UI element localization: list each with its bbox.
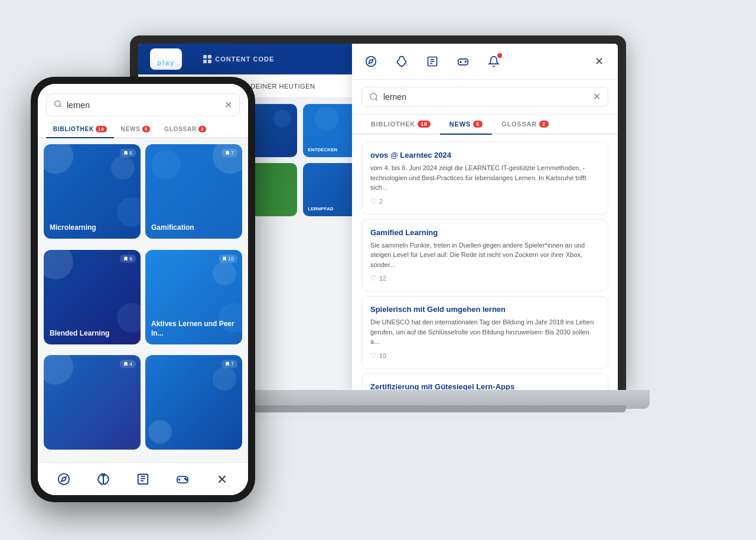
news-item-1[interactable]: ovos @ Learntec 2024 vom 4. bis 6. Juni … bbox=[361, 142, 608, 214]
likes-count-1: 2 bbox=[379, 198, 383, 205]
phone-search-area: ✕ bbox=[38, 84, 248, 121]
svg-marker-10 bbox=[61, 477, 66, 482]
phone-inner: ✕ BIBLIOTHEK 18 NEWS 5 GLOSSAR 2 bbox=[38, 84, 248, 495]
phone-tabs: BIBLIOTHEK 18 NEWS 5 GLOSSAR 2 bbox=[38, 121, 248, 138]
nav-content-code[interactable]: CONTENT CODE bbox=[203, 55, 274, 63]
grid-icon bbox=[203, 55, 211, 63]
phone-card-blended-learning[interactable]: 6 Blended Learning bbox=[44, 250, 141, 344]
news-item-3[interactable]: Spielerisch mit Geld umgehen lernen Die … bbox=[361, 296, 608, 369]
tab-bibliothek-badge: 19 bbox=[418, 121, 431, 128]
news-item-2-text: Sie sammeln Punkte, treten in Duellen ge… bbox=[370, 240, 599, 270]
bookmark-2: 7 bbox=[221, 149, 237, 157]
bookmark-3: 6 bbox=[120, 255, 136, 263]
tab-bibliothek-label: BIBLIOTHEK bbox=[371, 121, 415, 128]
bookmark-count-6: 7 bbox=[231, 361, 234, 367]
news-item-4-title: Zertifizierung mit Gütesiegel Lern-Apps bbox=[370, 382, 599, 391]
tab-news-label: NEWS bbox=[449, 121, 471, 128]
search-input-box: ✕ bbox=[361, 87, 608, 107]
bell-icon[interactable] bbox=[484, 52, 503, 71]
phone-card-microlearning[interactable]: 6 Microlearning bbox=[44, 144, 141, 239]
phone-card-6[interactable]: 7 bbox=[145, 355, 242, 450]
news-item-3-likes: ♡ 10 bbox=[370, 352, 599, 360]
phone-clear-button[interactable]: ✕ bbox=[224, 99, 232, 110]
tab-glossar[interactable]: GLOSSAR 2 bbox=[492, 115, 558, 135]
phone-search-icon bbox=[54, 100, 62, 110]
search-input[interactable] bbox=[383, 92, 588, 102]
scene: ovos play CONTENT CODE bbox=[0, 0, 756, 540]
phone-tab-glossar[interactable]: GLOSSAR 2 bbox=[157, 121, 213, 138]
bookmark-count-4: 10 bbox=[228, 256, 234, 262]
close-panel-button[interactable]: ✕ bbox=[589, 52, 608, 71]
svg-point-8 bbox=[55, 101, 60, 106]
clear-search-button[interactable]: ✕ bbox=[593, 92, 601, 102]
brand-product: play bbox=[157, 60, 175, 66]
phone-tab-bibliothek-badge: 18 bbox=[96, 126, 107, 132]
laptop-card-2-label: ENTDECKEN bbox=[308, 147, 337, 152]
news-item-3-title: Spielerisch mit Geld umgehen lernen bbox=[370, 305, 599, 314]
phone-search-input[interactable] bbox=[67, 100, 220, 110]
list-icon[interactable] bbox=[423, 52, 442, 71]
phone-tab-news-badge: 5 bbox=[142, 126, 150, 132]
phone-screen: ✕ BIBLIOTHEK 18 NEWS 5 GLOSSAR 2 bbox=[38, 84, 248, 462]
phone-tab-bibliothek[interactable]: BIBLIOTHEK 18 bbox=[46, 121, 114, 138]
svg-point-9 bbox=[58, 473, 69, 484]
phone-bottom-nav bbox=[38, 462, 248, 495]
likes-count-2: 12 bbox=[379, 275, 386, 282]
phone-nav-close[interactable] bbox=[210, 467, 234, 491]
search-icon bbox=[369, 92, 379, 102]
tab-news-badge: 5 bbox=[473, 121, 483, 128]
phone-card-title-1: Microlearning bbox=[50, 223, 135, 233]
phone-search-box: ✕ bbox=[46, 93, 240, 116]
search-results: ovos @ Learntec 2024 vom 4. bis 6. Juni … bbox=[352, 135, 618, 390]
bookmark-count-2: 7 bbox=[231, 150, 234, 156]
news-item-4[interactable]: Zertifizierung mit Gütesiegel Lern-Apps … bbox=[361, 373, 608, 391]
brain-icon[interactable] bbox=[392, 52, 411, 71]
explore-icon[interactable] bbox=[361, 52, 380, 71]
heart-icon-2: ♡ bbox=[370, 274, 377, 282]
news-item-2-likes: ♡ 12 bbox=[370, 274, 599, 282]
heart-icon-1: ♡ bbox=[370, 197, 377, 206]
phone-card-aktives-lernen[interactable]: 10 Aktives Lernen und Peer In... bbox=[145, 250, 242, 344]
tab-glossar-label: GLOSSAR bbox=[501, 121, 537, 128]
bookmark-6: 7 bbox=[221, 360, 237, 368]
tab-glossar-badge: 2 bbox=[539, 121, 549, 128]
phone-cards-grid: 6 Microlearning 7 Gamification bbox=[38, 138, 248, 462]
tab-news[interactable]: NEWS 5 bbox=[440, 115, 492, 135]
bookmark-count-1: 6 bbox=[129, 150, 132, 156]
phone-nav-explore[interactable] bbox=[52, 467, 76, 491]
bookmark-4: 10 bbox=[219, 255, 237, 263]
news-item-1-likes: ♡ 2 bbox=[370, 197, 599, 206]
phone-device: ✕ BIBLIOTHEK 18 NEWS 5 GLOSSAR 2 bbox=[31, 77, 255, 502]
search-input-row: ✕ bbox=[352, 80, 618, 115]
phone-card-title-4: Aktives Lernen und Peer In... bbox=[151, 320, 236, 338]
laptop-card-5-label: LERNPFAD bbox=[308, 206, 333, 212]
news-item-2[interactable]: Gamified Learning Sie sammeln Punkte, tr… bbox=[361, 219, 608, 292]
phone-tab-bibliothek-label: BIBLIOTHEK bbox=[53, 126, 94, 132]
heart-icon-3: ♡ bbox=[370, 352, 377, 360]
tab-bibliothek[interactable]: BIBLIOTHEK 19 bbox=[361, 115, 440, 135]
phone-tab-glossar-badge: 2 bbox=[198, 126, 206, 132]
phone-tab-glossar-label: GLOSSAR bbox=[164, 126, 197, 132]
phone-tab-news[interactable]: NEWS 5 bbox=[114, 121, 157, 138]
phone-card-title-3: Blended Learning bbox=[50, 329, 135, 339]
phone-card-gamification[interactable]: 7 Gamification bbox=[145, 144, 242, 239]
news-item-3-text: Die UNESCO hat den internationalen Tag d… bbox=[370, 317, 599, 347]
bookmark-1: 6 bbox=[120, 149, 136, 157]
bookmark-count-3: 6 bbox=[129, 256, 132, 262]
news-item-1-text: vom 4. bis 6. Juni 2024 zeigt die LEARNT… bbox=[370, 163, 599, 193]
phone-nav-library[interactable] bbox=[131, 467, 155, 491]
phone-nav-gamepad[interactable] bbox=[171, 467, 194, 491]
phone-card-5[interactable]: 4 bbox=[44, 355, 141, 450]
search-panel-topbar: ✕ bbox=[352, 44, 618, 80]
phone-tab-news-label: NEWS bbox=[121, 126, 141, 132]
likes-count-3: 10 bbox=[379, 352, 386, 359]
news-item-1-title: ovos @ Learntec 2024 bbox=[370, 151, 599, 160]
gamepad-icon[interactable] bbox=[454, 52, 472, 71]
svg-point-17 bbox=[186, 479, 187, 480]
svg-point-0 bbox=[366, 57, 376, 67]
svg-marker-1 bbox=[369, 59, 373, 63]
bookmark-count-5: 4 bbox=[129, 361, 132, 367]
bookmark-5: 4 bbox=[120, 360, 136, 368]
phone-nav-brain[interactable] bbox=[92, 467, 115, 491]
search-tabs: BIBLIOTHEK 19 NEWS 5 GLOSSAR 2 bbox=[352, 115, 618, 135]
